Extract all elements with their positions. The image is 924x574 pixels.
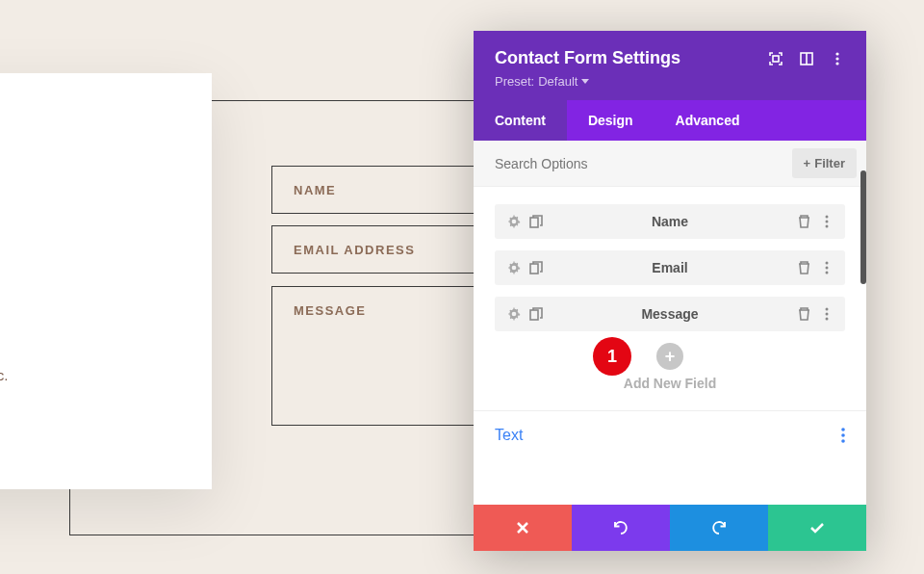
undo-icon bbox=[612, 519, 629, 536]
settings-panel: Contact Form Settings Preset: Default bbox=[474, 31, 866, 551]
svg-point-4 bbox=[835, 57, 838, 60]
preset-selector[interactable]: Preset: Default bbox=[495, 74, 845, 89]
trash-icon[interactable] bbox=[797, 307, 811, 322]
field-row-label: Message bbox=[543, 306, 797, 322]
redo-icon bbox=[710, 519, 728, 536]
field-row[interactable]: Name bbox=[495, 204, 845, 239]
field-row-label: Email bbox=[543, 260, 797, 275]
add-field-label: Add New Field bbox=[495, 376, 845, 391]
page-title: essage e! bbox=[0, 183, 179, 287]
panel-footer bbox=[474, 505, 866, 551]
field-row[interactable]: Message bbox=[495, 297, 845, 331]
svg-point-7 bbox=[825, 216, 828, 219]
panel-title: Contact Form Settings bbox=[495, 48, 680, 68]
preset-value: Default bbox=[538, 74, 578, 89]
panel-body: Name Email Message bbox=[474, 187, 866, 505]
more-icon[interactable] bbox=[819, 215, 834, 229]
field-row[interactable]: Email bbox=[495, 250, 845, 285]
svg-point-9 bbox=[825, 225, 828, 228]
svg-rect-14 bbox=[530, 310, 538, 320]
layout-icon[interactable] bbox=[799, 51, 814, 66]
add-field-button[interactable]: + bbox=[656, 343, 683, 370]
duplicate-icon[interactable] bbox=[528, 261, 543, 275]
form-label-name: NAME bbox=[294, 183, 336, 197]
gear-icon[interactable] bbox=[506, 215, 521, 229]
svg-point-12 bbox=[825, 267, 828, 270]
promo-body: haretra habitasse nec. ultricies nunc le… bbox=[0, 362, 179, 416]
filter-button[interactable]: + Filter bbox=[792, 148, 857, 178]
field-row-label: Name bbox=[543, 214, 797, 229]
step-badge: 1 bbox=[593, 337, 631, 376]
plus-icon: + bbox=[665, 347, 676, 367]
more-icon[interactable] bbox=[830, 51, 845, 66]
more-icon[interactable] bbox=[819, 261, 834, 275]
panel-header: Contact Form Settings Preset: Default bbox=[474, 31, 866, 100]
body-line-1: haretra habitasse nec. bbox=[0, 367, 8, 383]
duplicate-icon[interactable] bbox=[528, 307, 543, 322]
form-label-email: EMAIL ADDRESS bbox=[294, 243, 415, 257]
tabs: Content Design Advanced bbox=[474, 100, 866, 141]
add-field-area: 1 + Add New Field bbox=[495, 343, 845, 391]
svg-rect-6 bbox=[530, 218, 538, 227]
tab-design[interactable]: Design bbox=[567, 100, 654, 141]
svg-point-20 bbox=[841, 439, 845, 443]
svg-rect-10 bbox=[530, 264, 538, 274]
promo-card: essage e! haretra habitasse nec. ultrici… bbox=[0, 73, 212, 489]
svg-point-11 bbox=[825, 262, 828, 265]
svg-point-8 bbox=[825, 221, 828, 223]
chevron-down-icon bbox=[581, 79, 589, 84]
svg-point-19 bbox=[841, 433, 845, 437]
gear-icon[interactable] bbox=[506, 261, 521, 275]
undo-button[interactable] bbox=[572, 505, 670, 551]
check-icon bbox=[809, 522, 825, 534]
more-icon[interactable] bbox=[819, 307, 834, 322]
trash-icon[interactable] bbox=[797, 215, 811, 229]
gear-icon[interactable] bbox=[506, 307, 521, 322]
tab-advanced[interactable]: Advanced bbox=[654, 100, 761, 141]
more-icon[interactable] bbox=[841, 428, 845, 443]
svg-point-3 bbox=[835, 52, 838, 55]
close-icon bbox=[516, 521, 529, 535]
redo-button[interactable] bbox=[670, 505, 768, 551]
trash-icon[interactable] bbox=[797, 261, 811, 275]
scrollbar-thumb[interactable] bbox=[860, 170, 866, 284]
cancel-button[interactable] bbox=[474, 505, 572, 551]
svg-point-18 bbox=[841, 428, 845, 431]
svg-rect-0 bbox=[773, 56, 779, 62]
tab-content[interactable]: Content bbox=[474, 100, 567, 141]
text-section-header[interactable]: Text bbox=[495, 411, 845, 450]
filter-label: Filter bbox=[814, 156, 845, 170]
save-button[interactable] bbox=[768, 505, 866, 551]
section-title: Text bbox=[495, 427, 523, 444]
svg-point-5 bbox=[835, 62, 838, 65]
form-label-message: MESSAGE bbox=[294, 303, 367, 318]
svg-point-17 bbox=[825, 318, 828, 321]
preset-prefix: Preset: bbox=[495, 74, 534, 89]
svg-point-15 bbox=[825, 308, 828, 311]
svg-point-16 bbox=[825, 313, 828, 316]
expand-icon[interactable] bbox=[768, 51, 783, 66]
svg-point-13 bbox=[825, 272, 828, 274]
options-toolbar: + Filter bbox=[474, 141, 866, 187]
duplicate-icon[interactable] bbox=[528, 215, 543, 229]
search-input[interactable] bbox=[474, 143, 792, 185]
plus-icon: + bbox=[804, 156, 811, 170]
